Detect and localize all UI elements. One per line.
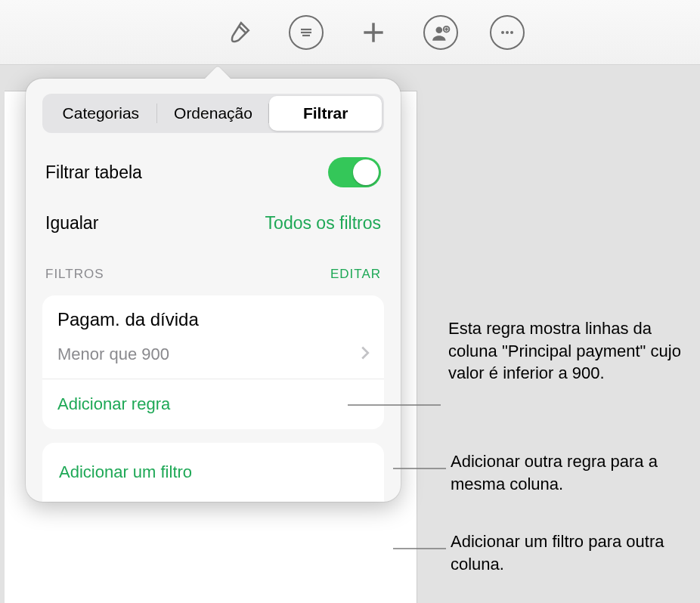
add-filter-button[interactable]: Adicionar um filtro [42, 443, 384, 502]
match-value: Todos os filtros [265, 213, 381, 233]
tab-segmented-control: Categorias Ordenação Filtrar [42, 94, 384, 133]
filter-popover: Categorias Ordenação Filtrar Filtrar tab… [26, 79, 401, 502]
callout-3: Adicionar um filtro para outra coluna. [451, 530, 692, 575]
toolbar [0, 0, 700, 65]
add-rule-label: Adicionar regra [57, 394, 170, 413]
list-icon[interactable] [289, 15, 324, 50]
tab-label: Ordenação [174, 104, 252, 122]
filters-section-header: FILTROS EDITAR [26, 241, 401, 289]
filter-column-name: Pagam. da dívida [42, 295, 384, 336]
more-icon[interactable] [490, 15, 525, 50]
svg-point-10 [506, 31, 509, 34]
filter-table-row: Filtrar tabela [26, 147, 401, 198]
callout-1: Esta regra mostra linhas da coluna "Prin… [448, 317, 690, 385]
filter-table-label: Filtrar tabela [45, 162, 142, 183]
add-filter-card: Adicionar um filtro [42, 443, 384, 502]
match-row[interactable]: Igualar Todos os filtros [26, 198, 401, 241]
tab-categories[interactable]: Categorias [45, 96, 157, 131]
add-rule-button[interactable]: Adicionar regra [42, 379, 384, 429]
callout-2: Adicionar outra regra para a mesma colun… [451, 450, 692, 495]
edit-button[interactable]: EDITAR [330, 267, 381, 282]
plus-icon[interactable] [355, 14, 392, 51]
svg-point-5 [436, 26, 443, 33]
filter-card: Pagam. da dívida Menor que 900 Adicionar… [42, 295, 384, 429]
filters-label: FILTROS [45, 267, 104, 282]
collaborate-icon[interactable] [423, 15, 458, 50]
tab-label: Categorias [63, 104, 140, 122]
match-label: Igualar [45, 213, 98, 233]
tab-sort[interactable]: Ordenação [157, 96, 270, 131]
add-filter-label: Adicionar um filtro [59, 462, 192, 481]
filter-rule-text: Menor que 900 [57, 345, 169, 364]
brush-icon[interactable] [221, 14, 257, 51]
svg-point-9 [501, 31, 504, 34]
chevron-right-icon [360, 344, 370, 365]
tab-label: Filtrar [303, 104, 348, 122]
tab-filter[interactable]: Filtrar [269, 96, 382, 131]
svg-point-11 [510, 31, 513, 34]
filter-table-toggle[interactable] [328, 157, 381, 187]
filter-rule-row[interactable]: Menor que 900 [42, 336, 384, 379]
